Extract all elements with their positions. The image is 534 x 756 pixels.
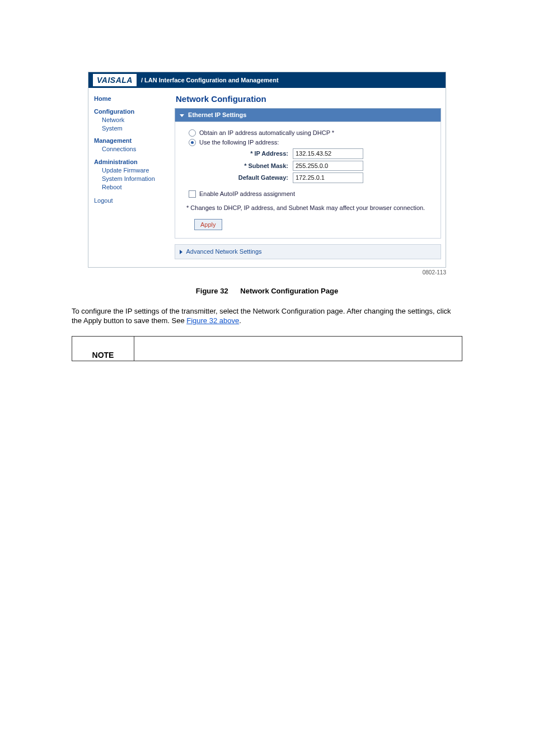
- gw-label: Default Gateway:: [217, 174, 288, 182]
- body-text: To configure the IP settings of the tran…: [72, 307, 451, 325]
- advanced-title: Advanced Network Settings: [186, 248, 261, 255]
- panel-ethernet: Obtain an IP address automatically using…: [175, 122, 441, 239]
- panel-title: Ethernet IP Settings: [188, 111, 246, 118]
- checkbox-row-autoip[interactable]: Enable AutoIP address assignment: [189, 190, 435, 198]
- chevron-down-icon: [180, 114, 184, 117]
- figure-ref: 0802-113: [88, 269, 446, 277]
- ip-label: * IP Address:: [217, 150, 288, 158]
- sidebar-item-system[interactable]: System: [102, 125, 123, 132]
- sidebar-item-reboot[interactable]: Reboot: [102, 184, 121, 190]
- radio-dhcp-label: Obtain an IP address automatically using…: [199, 129, 334, 137]
- config-ui: VAISALA / LAN Interface Configuration an…: [88, 72, 446, 268]
- radio-static-label: Use the following IP address:: [199, 138, 279, 147]
- radio-static[interactable]: [189, 139, 196, 146]
- note-body: [134, 337, 462, 361]
- app-title: / LAN Interface Configuration and Manage…: [141, 76, 279, 85]
- sidebar-item-connections[interactable]: Connections: [102, 146, 136, 152]
- body-paragraph: To configure the IP settings of the tran…: [72, 306, 462, 326]
- sidebar-item-home[interactable]: Home: [94, 95, 111, 102]
- field-row-gw: Default Gateway: 172.25.0.1: [217, 172, 435, 183]
- radio-row-dhcp[interactable]: Obtain an IP address automatically using…: [189, 129, 435, 137]
- field-row-mask: * Subnet Mask: 255.255.0.0: [217, 161, 435, 171]
- sidebar: Home Configuration Network System Manage…: [88, 88, 172, 212]
- main-area: Network Configuration Ethernet IP Settin…: [172, 88, 446, 267]
- caption-number: Figure 32: [196, 287, 228, 295]
- note-label: NOTE: [72, 337, 134, 361]
- figure-screenshot: VAISALA / LAN Interface Configuration an…: [88, 72, 446, 276]
- mask-label: * Subnet Mask:: [217, 162, 288, 170]
- apply-button[interactable]: Apply: [194, 219, 222, 230]
- caption-text: Network Configuration Page: [240, 287, 338, 295]
- sidebar-item-system-information[interactable]: System Information: [102, 175, 155, 182]
- field-row-ip: * IP Address: 132.15.43.52: [217, 148, 435, 159]
- ip-input[interactable]: 132.15.43.52: [293, 148, 363, 159]
- page-title: Network Configuration: [176, 94, 441, 105]
- cross-reference[interactable]: Figure 32 above: [186, 316, 239, 325]
- radio-row-static[interactable]: Use the following IP address:: [189, 138, 435, 147]
- page: VAISALA / LAN Interface Configuration an…: [0, 72, 534, 756]
- brand-logo: VAISALA: [93, 74, 137, 87]
- sidebar-heading-administration: Administration: [94, 158, 172, 166]
- sidebar-item-network[interactable]: Network: [102, 116, 124, 123]
- mask-input[interactable]: 255.255.0.0: [293, 161, 363, 171]
- settings-warning: * Changes to DHCP, IP address, and Subne…: [186, 204, 435, 212]
- sidebar-item-update-firmware[interactable]: Update Firmware: [102, 167, 149, 174]
- app-body: Home Configuration Network System Manage…: [88, 88, 446, 267]
- autoip-checkbox[interactable]: [189, 190, 196, 198]
- radio-dhcp[interactable]: [189, 129, 196, 137]
- sidebar-heading-configuration: Configuration: [94, 108, 172, 116]
- panel-header-advanced[interactable]: Advanced Network Settings: [175, 244, 441, 259]
- panel-header-ethernet[interactable]: Ethernet IP Settings: [175, 108, 441, 122]
- chevron-right-icon: [180, 250, 182, 254]
- gw-input[interactable]: 172.25.0.1: [293, 172, 363, 183]
- note-box: NOTE: [72, 336, 462, 361]
- sidebar-heading-management: Management: [94, 137, 172, 145]
- app-header: VAISALA / LAN Interface Configuration an…: [88, 72, 446, 88]
- sidebar-item-logout[interactable]: Logout: [94, 197, 113, 204]
- figure-caption: Figure 32 Network Configuration Page: [0, 286, 534, 296]
- autoip-label: Enable AutoIP address assignment: [199, 190, 295, 198]
